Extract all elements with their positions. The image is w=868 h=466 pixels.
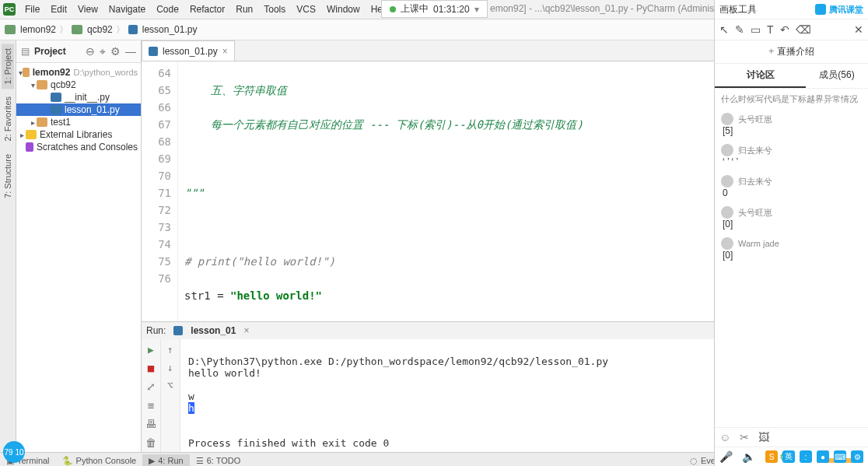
tree-label: lemon92 <box>33 67 71 78</box>
print-icon[interactable]: 🖶 <box>145 418 156 430</box>
avatar <box>721 175 733 187</box>
speaker-icon[interactable]: 🔈 <box>742 450 755 463</box>
trash-icon[interactable]: 🗑 <box>145 436 156 449</box>
chevron-right-icon: 〉 <box>116 23 125 37</box>
chat-tab-members[interactable]: 成员(56) <box>806 64 868 88</box>
debug-layout-icon[interactable]: ⤢ <box>146 380 156 393</box>
ime-punc-icon[interactable]: : <box>800 450 812 463</box>
avatar <box>721 206 733 219</box>
run-config-name: lesson_01 <box>191 325 236 336</box>
caret-right-icon[interactable]: ▸ <box>29 118 37 127</box>
mic-icon[interactable]: 🎤 <box>719 450 733 463</box>
chat-message: Warm jade[0] <box>721 237 862 261</box>
tree-folder-test1[interactable]: ▸ test1 <box>16 116 141 128</box>
up-icon[interactable]: ↑ <box>167 344 173 356</box>
pycharm-logo-icon: PC <box>3 3 16 16</box>
gear-icon[interactable]: ⚙ <box>110 45 121 58</box>
tree-file-init[interactable]: __init__.py <box>16 91 141 103</box>
coverage-badge[interactable]: 79 10 <box>3 441 25 463</box>
undo-icon[interactable]: ↶ <box>780 23 789 36</box>
ime-settings-icon[interactable]: ⚙ <box>851 450 863 463</box>
menu-vcs[interactable]: VCS <box>292 2 320 16</box>
filter-icon[interactable]: ⌥ <box>167 380 173 391</box>
python-icon: 🐍 <box>62 456 73 466</box>
caret-right-icon[interactable]: ▸ <box>18 131 26 139</box>
tree-scratches[interactable]: Scratches and Consoles <box>16 141 141 153</box>
tree-external-libraries[interactable]: ▸ External Libraries <box>16 128 141 141</box>
todo-icon: ☰ <box>196 456 204 466</box>
tree-folder-qcb92[interactable]: ▾ qcb92 <box>16 79 141 91</box>
delete-icon[interactable]: ⌫ <box>796 23 811 36</box>
editor-tab-label: lesson_01.py <box>163 46 218 57</box>
ime-lang-icon[interactable]: 英 <box>782 450 795 463</box>
tree-root[interactable]: ▾ lemon92 D:\python_words <box>16 66 141 79</box>
live-intro-button[interactable]: 直播介绍 <box>715 40 868 64</box>
left-tab-favorites[interactable]: 2: Favorites <box>2 92 14 145</box>
run-panel-label: Run: <box>146 325 166 336</box>
brand-label: 腾讯课堂 <box>815 4 863 16</box>
menu-file[interactable]: File <box>20 2 44 16</box>
avatar <box>721 144 733 156</box>
rect-tool-icon[interactable]: ▭ <box>751 23 761 36</box>
target-icon[interactable]: ⌖ <box>100 45 106 58</box>
emoji-icon[interactable]: ☺ <box>719 431 730 443</box>
menu-code[interactable]: Code <box>152 2 184 16</box>
ime-indicator: S 英 : ● ⌨ ⚙ <box>765 450 863 463</box>
project-title: Project <box>34 46 81 57</box>
folder-icon <box>37 117 47 127</box>
crumb-folder[interactable]: qcb92 <box>87 24 113 35</box>
ime-width-icon[interactable]: ● <box>817 450 829 463</box>
left-tab-project[interactable]: 1: Project <box>2 44 14 89</box>
timer-time: 01:31:20 <box>433 4 470 15</box>
scissors-icon[interactable]: ✂ <box>740 431 749 443</box>
code-span: 五、字符串取值 <box>184 84 287 96</box>
bottom-tab-python-console[interactable]: 🐍Python Console <box>56 454 143 467</box>
text-tool-icon[interactable]: T <box>767 23 774 36</box>
left-tab-structure[interactable]: 7: Structure <box>2 149 14 203</box>
line-gutter: 64 65 66 67 68 69 70 71 72 73 74 75 76 <box>142 61 178 321</box>
menu-refactor[interactable]: Refactor <box>185 2 229 16</box>
chat-message: 头号旺崽[0] <box>721 206 862 229</box>
library-icon <box>26 130 37 139</box>
close-icon[interactable]: × <box>243 325 249 336</box>
output-line: Process finished with exit code 0 <box>188 437 389 449</box>
caret-down-icon[interactable]: ▾ <box>29 81 37 89</box>
code-span: 每一个元素都有自己对应的位置 --- 下标(索引)--从0开始(通过索引取值) <box>184 118 583 131</box>
close-tab-icon[interactable]: × <box>222 46 228 57</box>
chat-panel: 画板工具 腾讯课堂 ↖ ✎ ▭ T ↶ ⌫ ✕ 直播介绍 讨论区 成员(56) … <box>714 0 868 466</box>
ime-app-icon[interactable]: S <box>765 450 778 463</box>
pen-tool-icon[interactable]: ✎ <box>735 23 744 36</box>
chat-tab-discuss[interactable]: 讨论区 <box>715 64 806 88</box>
menu-view[interactable]: View <box>73 2 103 16</box>
menu-edit[interactable]: Edit <box>46 2 72 16</box>
folder-icon <box>72 25 82 34</box>
pointer-tool-icon[interactable]: ↖ <box>719 23 729 36</box>
collapse-icon[interactable]: ⊖ <box>86 45 95 58</box>
bottom-tab-todo[interactable]: ☰6: TODO <box>190 454 247 467</box>
python-file-icon <box>51 105 61 114</box>
chevron-down-icon[interactable]: ▾ <box>474 4 479 15</box>
image-icon[interactable]: 🖼 <box>758 431 769 443</box>
stop-icon[interactable]: ■ <box>148 362 154 374</box>
close-icon[interactable]: ✕ <box>854 23 863 36</box>
ime-kb-icon[interactable]: ⌨ <box>834 450 846 463</box>
run-again-icon[interactable]: ▶ <box>148 344 154 356</box>
menu-navigate[interactable]: Navigate <box>104 2 150 16</box>
menu-tools[interactable]: Tools <box>259 2 290 16</box>
tree-file-lesson[interactable]: lesson_01.py <box>16 103 141 116</box>
code-span: # print("hello world!") <box>184 255 335 268</box>
crumb-file[interactable]: lesson_01.py <box>142 24 198 35</box>
down-icon[interactable]: ↓ <box>167 362 173 373</box>
tree-label: Scratches and Consoles <box>37 142 138 152</box>
chat-messages[interactable]: 头号旺崽[5] 归去来兮‘ ’ ‘ ’ 归去来兮0 头号旺崽[0] Warm j… <box>715 110 868 427</box>
soft-wrap-icon[interactable]: ≡ <box>148 399 154 412</box>
bottom-tab-run[interactable]: ▶4: Run <box>142 454 189 467</box>
menu-window[interactable]: Window <box>322 2 365 16</box>
python-file-icon <box>128 25 138 34</box>
crumb-root[interactable]: lemon92 <box>20 24 56 35</box>
project-panel: ▤ Project ⊖ ⌖ ⚙ — ▾ lemon92 D:\python_wo… <box>16 40 142 452</box>
scratches-icon <box>26 142 33 152</box>
hide-icon[interactable]: — <box>125 45 136 58</box>
editor-tab[interactable]: lesson_01.py × <box>142 40 235 61</box>
menu-run[interactable]: Run <box>231 2 257 16</box>
